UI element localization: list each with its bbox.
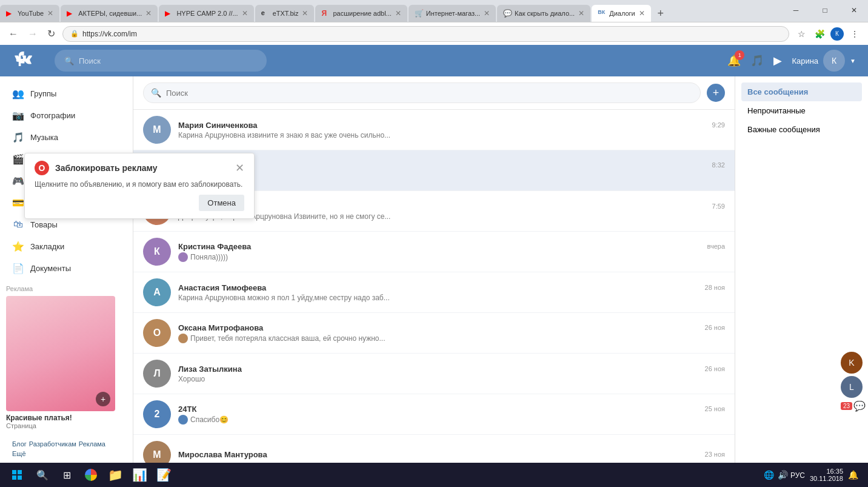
vk-logo[interactable] (12, 51, 36, 70)
tab-close-etxt[interactable]: ✕ (302, 9, 308, 18)
tab-dialogi[interactable]: ВК Диалоги ✕ (592, 5, 651, 22)
tab-close-shop[interactable]: ✕ (484, 9, 490, 18)
new-tab-button[interactable]: + (652, 5, 669, 22)
taskbar-chrome-button[interactable] (80, 464, 102, 486)
conversation-item-anastasia[interactable]: А Анастасия Тимофеева 28 ноя Карина Арцр… (133, 272, 735, 313)
music-button[interactable]: 🎵 (750, 54, 764, 67)
tab-close-adb[interactable]: ✕ (395, 9, 401, 18)
tab-close-dialogi[interactable]: ✕ (639, 9, 645, 18)
right-panel: Все сообщения Непрочитанные Важные сообщ… (735, 76, 868, 487)
tab-close-hide[interactable]: ✕ (578, 9, 584, 18)
sidebar-link-dev[interactable]: Разработчикам (29, 440, 76, 448)
browser-actions: ☆ 🧩 К ⋮ (794, 27, 862, 41)
vk-search-bar[interactable]: 🔍 (55, 50, 267, 72)
taskbar-search-button[interactable]: 🔍 (32, 464, 53, 486)
ad-popup-text: Щелкните по объявлению, и я помогу вам е… (35, 180, 244, 189)
tab-label-adb: расширение adbl... (333, 10, 391, 17)
ad-popup-cancel-button[interactable]: Отмена (199, 195, 244, 211)
conv-name-24tk: 24ТК (178, 405, 196, 414)
video-button[interactable]: ▶ (773, 54, 782, 67)
user-avatar: К (823, 50, 845, 72)
filter-important[interactable]: Важные сообщения (741, 120, 862, 139)
sidebar-item-music[interactable]: 🎵 Музыка (0, 126, 133, 148)
sidebar-label-bookmarks: Закладки (30, 242, 64, 251)
floating-avatar-2[interactable]: L (841, 376, 863, 398)
tab-actors[interactable]: ▶ АКТЕРЫ, сидевши... ✕ (61, 5, 158, 22)
conversation-item-kristina[interactable]: К Кристина Фадеева вчера Поняла))))) (133, 232, 735, 272)
browser-chrome: ▶ YouTube ✕ ▶ АКТЕРЫ, сидевши... ✕ ▶ HYP… (0, 0, 868, 45)
browser-profile[interactable]: К (830, 27, 844, 41)
tab-label-yt: YouTube (18, 10, 44, 17)
ad-popup-close-button[interactable]: ✕ (235, 161, 244, 175)
reload-button[interactable]: ↻ (45, 25, 58, 42)
taskbar-word-button[interactable]: 📝 (153, 464, 175, 486)
taskbar-task-view-button[interactable]: ⊞ (56, 464, 78, 486)
extensions-button[interactable]: 🧩 (812, 27, 827, 41)
taskbar-network-icon[interactable]: 🌐 (764, 470, 774, 480)
taskbar-lang: РУС (790, 471, 805, 480)
sidebar-item-groups[interactable]: 👥 Группы (0, 82, 133, 104)
tab-label-hide: Как скрыть диало... (515, 10, 575, 17)
music-icon: 🎵 (12, 131, 24, 143)
taskbar-explorer-button[interactable]: 📁 (104, 464, 126, 486)
sidebar-ad: Реклама + Красивые платья! Страница (0, 279, 133, 435)
messages-search-bar[interactable]: 🔍 (143, 82, 701, 103)
conv-header-oksana: Оксана Митрофанова 26 ноя (178, 323, 725, 332)
tab-hide[interactable]: 💬 Как скрыть диало... ✕ (497, 5, 590, 22)
tab-etxt[interactable]: e eTXT.biz ✕ (255, 5, 315, 22)
floating-avatar-1[interactable]: K (841, 352, 863, 374)
conv-name-miroslava: Мирослава Мантурова (178, 450, 267, 459)
conv-time-oksana: 26 ноя (705, 324, 725, 331)
start-button[interactable] (5, 464, 29, 486)
sidebar-item-docs[interactable]: 📄 Документы (0, 257, 133, 279)
url-bar[interactable]: 🔒 https://vk.com/im (62, 26, 789, 42)
tab-close-camp[interactable]: ✕ (242, 9, 248, 18)
close-button[interactable]: ✕ (840, 0, 868, 22)
taskbar-presentation-button[interactable]: 📊 (129, 464, 150, 486)
docs-icon: 📄 (12, 262, 24, 274)
conversation-item[interactable]: М Мария Синиченкова 9:29 Карина Арцрунов… (133, 110, 735, 150)
tab-camp[interactable]: ▶ HYPE CAMP 2.0 //... ✕ (159, 5, 253, 22)
sidebar-link-blog[interactable]: Блог (12, 440, 27, 448)
filter-unread[interactable]: Непрочитанные (741, 101, 862, 120)
tab-adb[interactable]: Я расширение adbl... ✕ (315, 5, 407, 22)
sidebar-item-bookmarks[interactable]: ⭐ Закладки (0, 235, 133, 257)
conv-message-ksenia: Доброе утро, Карина Арцруновна Извините,… (178, 212, 725, 221)
tab-close-actors[interactable]: ✕ (145, 9, 152, 18)
user-menu[interactable]: Карина К ▼ (792, 50, 856, 72)
url-text: https://vk.com/im (82, 30, 137, 38)
taskbar-volume-icon[interactable]: 🔊 (778, 470, 788, 480)
sidebar-ad-title: Красивые платья! (6, 414, 127, 422)
avatar-anastasia: А (143, 278, 171, 306)
conv-time-anastasia: 28 ноя (705, 284, 725, 291)
add-conversation-button[interactable]: + (707, 84, 725, 102)
avatar-maria: М (143, 116, 171, 144)
sidebar-link-more[interactable]: Ещё (12, 450, 26, 457)
back-button[interactable]: ← (6, 26, 21, 42)
tab-shop[interactable]: 🛒 Интернет-магаз... ✕ (409, 5, 496, 22)
maximize-button[interactable]: □ (811, 0, 839, 22)
sidebar-label-photos: Фотографии (30, 111, 75, 120)
sidebar-item-photos[interactable]: 📷 Фотографии (0, 104, 133, 126)
messages-search-input[interactable] (166, 89, 693, 98)
sidebar-link-ads[interactable]: Реклама (79, 440, 105, 448)
filter-all-messages[interactable]: Все сообщения (741, 82, 862, 101)
minimize-button[interactable]: ─ (782, 0, 810, 22)
conversation-item-24tk[interactable]: 2 24ТК 25 ноя Спасибо😊 (133, 394, 735, 435)
bookmark-button[interactable]: ☆ (794, 27, 809, 41)
conversation-item-oksana[interactable]: О Оксана Митрофанова 26 ноя Привет, тебя… (133, 313, 735, 354)
conv-header-24tk: 24ТК 25 ноя (178, 405, 725, 414)
conversation-item-miroslava[interactable]: М Мирослава Мантурова 23 ноя (133, 435, 735, 465)
tab-youtube[interactable]: ▶ YouTube ✕ (0, 5, 59, 22)
sidebar-ad-image[interactable]: + (6, 296, 115, 411)
main-layout: 👥 Группы 📷 Фотографии 🎵 Музыка 🎬 Видео 🎮… (0, 76, 868, 487)
conversation-item-liza[interactable]: Л Лиза Затылкина 26 ноя Хорошо (133, 354, 735, 394)
notifications-button[interactable]: 🔔 1 (727, 54, 741, 67)
conv-content-kristina: Кристина Фадеева вчера Поняла))))) (178, 242, 725, 262)
tab-label-shop: Интернет-магаз... (426, 10, 480, 17)
tab-close-yt[interactable]: ✕ (47, 9, 53, 18)
taskbar-notification-button[interactable]: 🔔 (848, 470, 858, 480)
menu-button[interactable]: ⋮ (847, 27, 862, 41)
forward-button[interactable]: → (25, 26, 40, 42)
vk-search-input[interactable] (79, 56, 257, 65)
